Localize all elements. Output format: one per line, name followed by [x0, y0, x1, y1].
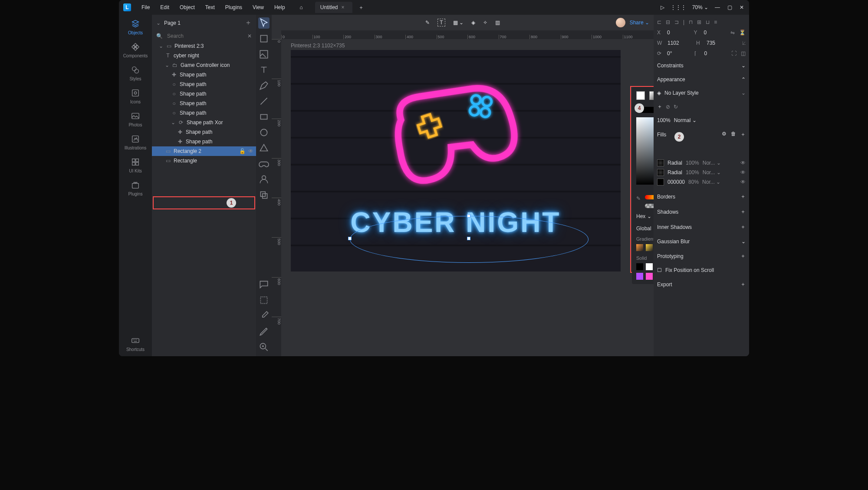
zoom-level[interactable]: 70% ⌄ [692, 4, 708, 10]
tool-pencil[interactable] [258, 326, 270, 337]
corner[interactable]: 0 [704, 50, 727, 56]
tool-zoom[interactable] [258, 341, 270, 353]
menu-file[interactable]: File [137, 2, 154, 13]
shadows-header[interactable]: Shadows＋ [657, 206, 746, 217]
pos-x[interactable]: 0 [667, 30, 690, 36]
tool-mask-icon[interactable]: ▦ ⌄ [453, 20, 464, 26]
align-center-v-icon[interactable]: ⊞ [697, 19, 701, 25]
layer-style-icon[interactable]: ◈ [657, 90, 661, 96]
eye-icon[interactable]: 👁 [740, 179, 746, 185]
activity-styles[interactable]: Styles [129, 65, 141, 81]
layer-item[interactable]: ▭Rectangle [152, 156, 256, 166]
more-align-icon[interactable]: ≡ [714, 19, 717, 25]
layer-item[interactable]: ⌄⟳Shape path Xor [152, 118, 256, 127]
tool-eyedropper[interactable] [258, 310, 270, 321]
search-input[interactable] [166, 33, 244, 40]
align-top-icon[interactable]: ⊓ [689, 19, 693, 25]
align-left-icon[interactable]: ⊏ [657, 19, 661, 25]
opacity[interactable]: 100% [657, 117, 671, 123]
activity-icons[interactable]: Icons [130, 88, 141, 104]
height[interactable]: 735 [707, 40, 731, 46]
tool-tidy-icon[interactable]: ▥ [495, 20, 500, 26]
eye-icon[interactable]: 👁 [740, 160, 746, 166]
selection-handle[interactable] [467, 237, 470, 240]
swatch[interactable] [636, 263, 643, 270]
independent-corners-icon[interactable]: ◫ [741, 50, 746, 56]
flip-v-icon[interactable]: ⏳ [739, 30, 746, 36]
tool-textbox-icon[interactable]: T [437, 19, 445, 26]
tool-boolean[interactable] [258, 189, 270, 201]
menu-plugins[interactable]: Plugins [221, 2, 247, 13]
tool-slice[interactable] [258, 295, 270, 306]
selection-handle[interactable] [467, 214, 470, 218]
activity-illustrations[interactable]: Illustrations [125, 134, 147, 150]
home-icon[interactable]: ⌂ [296, 2, 307, 13]
tool-comment[interactable] [258, 279, 270, 290]
swatch[interactable] [646, 244, 653, 251]
menu-object[interactable]: Object [175, 2, 199, 13]
activity-shortcuts[interactable]: Shortcuts [126, 336, 145, 352]
prototyping-header[interactable]: Prototyping＋ [657, 251, 746, 262]
layer-item[interactable]: ✚Shape path [152, 127, 256, 137]
activity-plugins[interactable]: Plugins [128, 180, 143, 196]
play-icon[interactable]: ▷ [661, 4, 664, 10]
fill-settings-icon[interactable]: ⚙ [722, 131, 727, 138]
activity-uikits[interactable]: UI Kits [129, 157, 141, 173]
export-header[interactable]: Export＋ [657, 279, 746, 290]
tool-component-icon[interactable]: ◈ [471, 20, 475, 26]
align-center-h-icon[interactable]: ⊟ [666, 19, 670, 25]
fill-entry[interactable]: Radial100%Nor... ⌄👁 [657, 158, 746, 168]
alpha-slider[interactable] [645, 204, 654, 208]
grid-icon[interactable]: ⋮⋮⋮ [671, 4, 686, 10]
appearance-header[interactable]: Appearance⌃ [657, 75, 746, 84]
new-tab-button[interactable]: ＋ [354, 1, 368, 14]
menu-text[interactable]: Text [201, 2, 219, 13]
tool-game-icon[interactable] [258, 158, 270, 169]
constraints-header[interactable]: Constraints⌄ [657, 61, 746, 70]
tool-rectangle[interactable] [258, 111, 270, 122]
fill-entry[interactable]: 00000080%Nor... ⌄👁 [657, 177, 746, 187]
global-colors-label[interactable]: Global ⌄ [636, 225, 654, 232]
tool-edit-icon[interactable]: ✎ [425, 20, 430, 26]
layer-style[interactable]: No Layer Style [664, 90, 699, 96]
tool-line[interactable] [258, 96, 270, 107]
layer-item[interactable]: Tcyber night [152, 51, 256, 60]
page-selector[interactable]: ⌄ Page 1 ＋ [152, 15, 256, 31]
window-maximize-icon[interactable]: ▢ [727, 4, 733, 10]
color-mode-label[interactable]: Hex ⌄ [636, 213, 651, 219]
eyedropper-icon[interactable]: ✎ [636, 195, 641, 202]
layer-item[interactable]: ✚Shape path [152, 137, 256, 146]
activity-objects[interactable]: Objects [128, 19, 143, 35]
fixpos-checkbox[interactable]: ☐ [657, 267, 662, 273]
user-avatar[interactable] [616, 18, 625, 27]
clear-search-icon[interactable]: ✕ [247, 33, 252, 39]
align-bottom-icon[interactable]: ⊔ [706, 19, 710, 25]
rotation[interactable]: 0° [667, 50, 690, 56]
layer-item[interactable]: ✚Shape path [152, 70, 256, 79]
activity-photos[interactable]: Photos [128, 111, 142, 127]
layer-item[interactable]: ○Shape path [152, 99, 256, 108]
menu-help[interactable]: Help [270, 2, 289, 13]
selection-handle[interactable] [348, 237, 352, 240]
blur-header[interactable]: Gaussian Blur ⌄ [657, 237, 746, 246]
window-minimize-icon[interactable]: — [714, 4, 720, 10]
share-button[interactable]: Share ⌄ [630, 20, 649, 26]
window-close-icon[interactable]: ✕ [739, 4, 745, 10]
width[interactable]: 1102 [667, 40, 692, 46]
fill-delete-icon[interactable]: 🗑 [731, 131, 736, 138]
align-right-icon[interactable]: ⊐ [674, 19, 679, 25]
borders-header[interactable]: Borders＋ [657, 191, 746, 202]
menu-edit[interactable]: Edit [156, 2, 174, 13]
tool-artboard[interactable] [258, 33, 270, 44]
close-tab-icon[interactable]: × [342, 4, 345, 10]
tool-person-icon[interactable] [258, 174, 270, 185]
inner-shadows-header[interactable]: Inner Shadows＋ [657, 222, 746, 232]
fill-type-solid[interactable] [636, 91, 645, 100]
layer-item[interactable]: ▭Rectangle 2🔓👁 [152, 146, 256, 156]
fills-header[interactable]: Fills ⚙ 🗑 ＋ [657, 129, 746, 140]
layer-item[interactable]: ⌄▭Pinterest 2:3 [152, 41, 256, 51]
tool-select[interactable] [258, 17, 270, 29]
tool-align-icon[interactable]: ✧ [483, 20, 487, 26]
artboard-label[interactable]: Pinterest 2:3 1102×735 [291, 43, 345, 49]
artboard[interactable]: CYBER NIGHT [291, 50, 621, 271]
